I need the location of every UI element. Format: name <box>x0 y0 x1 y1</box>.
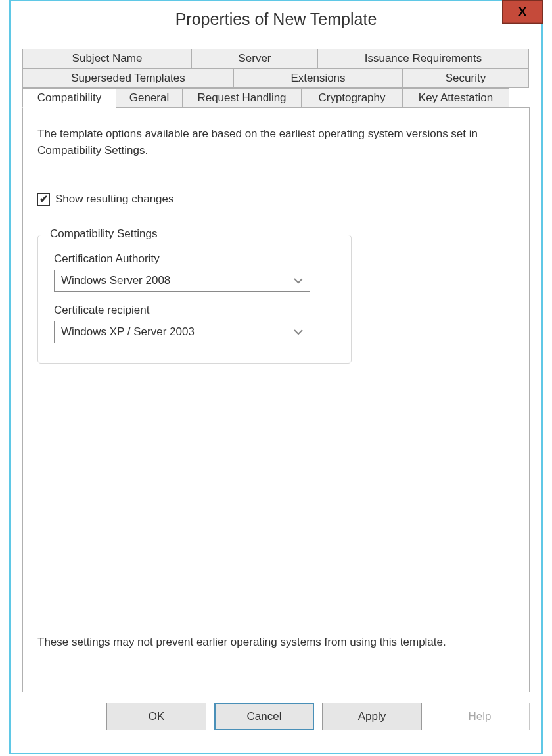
apply-button[interactable]: Apply <box>322 703 422 730</box>
tab-extensions[interactable]: Extensions <box>233 68 403 88</box>
show-resulting-changes-label: Show resulting changes <box>55 193 174 206</box>
tab-superseded-templates[interactable]: Superseded Templates <box>22 68 234 88</box>
dialog-window: Properties of New Template X Subject Nam… <box>9 0 543 754</box>
ca-combobox-value: Windows Server 2008 <box>61 274 170 287</box>
tab-server[interactable]: Server <box>191 49 318 68</box>
tab-general[interactable]: General <box>116 88 183 108</box>
tab-issuance-requirements[interactable]: Issuance Requirements <box>317 49 529 68</box>
close-button[interactable]: X <box>502 0 543 24</box>
dialog-button-row: OK Cancel Apply Help <box>22 692 530 730</box>
tab-request-handling[interactable]: Request Handling <box>182 88 302 108</box>
tab-panel-compatibility: The template options available are based… <box>22 107 530 692</box>
intro-text: The template options available are based… <box>37 126 515 158</box>
tab-compatibility[interactable]: Compatibility <box>22 88 116 108</box>
tab-key-attestation[interactable]: Key Attestation <box>402 88 509 108</box>
tab-row-1: Subject Name Server Issuance Requirement… <box>22 49 530 68</box>
chevron-down-icon <box>294 327 303 337</box>
recipient-combobox[interactable]: Windows XP / Server 2003 <box>54 321 310 343</box>
ok-button[interactable]: OK <box>106 703 206 730</box>
recipient-label: Certificate recipient <box>54 304 335 317</box>
recipient-combobox-value: Windows XP / Server 2003 <box>61 325 195 339</box>
compatibility-settings-group: Compatibility Settings Certification Aut… <box>37 235 352 364</box>
tab-container: Subject Name Server Issuance Requirement… <box>22 49 530 692</box>
tab-security[interactable]: Security <box>402 68 529 88</box>
show-resulting-changes-row: ✔ Show resulting changes <box>37 193 515 206</box>
window-title: Properties of New Template <box>11 10 541 29</box>
checkmark-icon: ✔ <box>39 194 48 204</box>
groupbox-title: Compatibility Settings <box>46 227 161 241</box>
tab-row-3: Compatibility General Request Handling C… <box>22 88 530 108</box>
close-icon: X <box>518 5 526 19</box>
help-button: Help <box>430 703 530 730</box>
titlebar: Properties of New Template X <box>11 1 541 37</box>
tab-subject-name[interactable]: Subject Name <box>22 49 192 68</box>
cancel-button[interactable]: Cancel <box>214 703 314 730</box>
chevron-down-icon <box>294 275 303 286</box>
tab-row-2: Superseded Templates Extensions Security <box>22 68 530 88</box>
show-resulting-changes-checkbox[interactable]: ✔ <box>37 193 50 206</box>
footnote-text: These settings may not prevent earlier o… <box>37 634 515 651</box>
ca-label: Certification Authority <box>54 252 335 266</box>
ca-combobox[interactable]: Windows Server 2008 <box>54 270 310 292</box>
tab-cryptography[interactable]: Cryptography <box>301 88 403 108</box>
content-area: Subject Name Server Issuance Requirement… <box>11 37 541 753</box>
